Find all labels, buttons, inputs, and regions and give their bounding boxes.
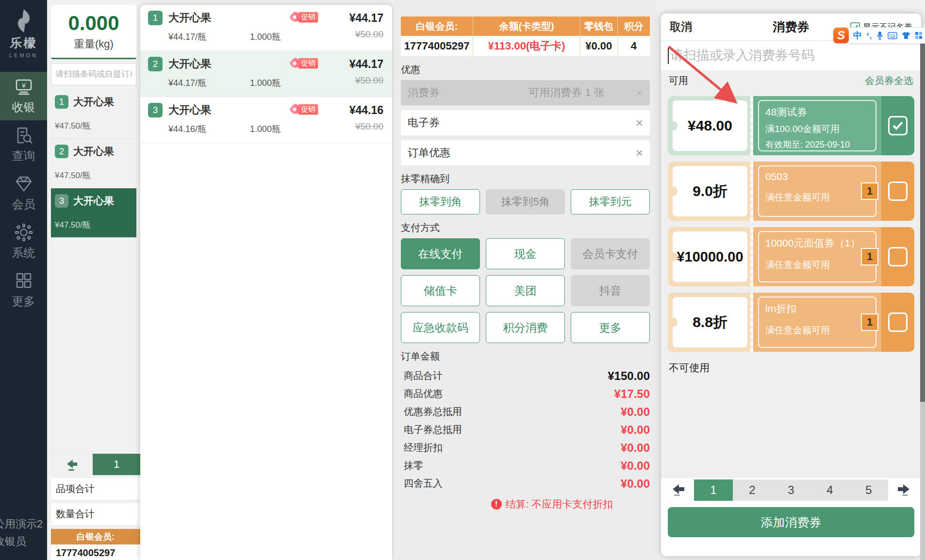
list-item-selected[interactable]: 3 大开心果 ¥47.50/瓶: [51, 188, 136, 238]
left-arrow-icon: [65, 459, 79, 471]
scrollbar-thumb[interactable]: [920, 43, 925, 402]
list-item[interactable]: 2 大开心果 ¥47.50/瓶: [51, 139, 136, 188]
coupon-condition: 满任意金额可用: [765, 324, 869, 337]
coupon-card[interactable]: 9.0折 0503 满任意金额可用 1: [668, 162, 914, 221]
coupon-checkbox-unchecked[interactable]: [888, 247, 908, 266]
barcode-scan-input[interactable]: [51, 63, 136, 85]
coupon-checkbox-unchecked[interactable]: [888, 313, 908, 332]
coupon-card[interactable]: ¥10000.00 10000元面值券（1） 满任意金额可用 1: [668, 227, 914, 286]
coupon-row-consume[interactable]: 消费券 可用消费券 1 张 ×: [401, 80, 650, 105]
coupon-value: 9.0折: [673, 166, 747, 216]
pay-cash-button[interactable]: 现金: [486, 238, 565, 269]
payment-section-label: 支付方式: [401, 221, 650, 234]
keyboard-icon[interactable]: [888, 32, 897, 39]
dialog-scrollbar[interactable]: [920, 43, 925, 560]
page-button[interactable]: 3: [772, 479, 810, 501]
back-button[interactable]: [51, 454, 93, 475]
coupon-checkbox-checked[interactable]: [888, 116, 908, 135]
coupon-row-label: 电子券: [408, 115, 440, 130]
coupon-list: ¥48.00 48测试券 满100.00金额可用 有效期至: 2025-09-1…: [661, 90, 921, 478]
order-amount-label: 订单金额: [401, 350, 650, 363]
settlement-note: ! 结算: 不应用卡支付折扣: [401, 497, 650, 511]
round-to-jiao-button[interactable]: 抹零到角: [401, 189, 480, 214]
pay-meituan-button[interactable]: 美团: [486, 275, 565, 306]
round-to-5jiao-button[interactable]: 抹零到5角: [486, 189, 565, 214]
pay-points-button[interactable]: 积分消费: [486, 312, 565, 343]
pay-emergency-qr-button[interactable]: 应急收款码: [401, 312, 480, 343]
pos-screen: 乐檬 LEMON ¥ 收银 查询: [0, 0, 925, 560]
coupon-value: ¥48.00: [673, 100, 747, 151]
sidebar-item-system[interactable]: 系统: [0, 217, 47, 266]
item-index-badge: 1: [55, 95, 68, 109]
add-coupon-button[interactable]: 添加消费券: [668, 507, 914, 537]
grid-icon: [14, 272, 33, 290]
cart-item-name: 大开心果: [168, 57, 211, 71]
page-button[interactable]: 1: [694, 479, 733, 501]
order-row-value: ¥0.00: [621, 477, 650, 491]
prev-page-button[interactable]: [668, 479, 689, 501]
sidebar-item-member[interactable]: 会员: [0, 169, 47, 217]
order-row: 优惠券总抵用 ¥0.00: [401, 403, 650, 421]
scale-column: 0.000 重量(kg) 1 大开心果 ¥47.50/瓶 2 大开心果 ¥47.…: [47, 0, 140, 560]
coupon-select-area: [881, 227, 914, 286]
sidebar-item-label: 更多: [12, 294, 35, 309]
page-button[interactable]: 4: [810, 479, 849, 501]
order-row-label: 优惠券总抵用: [401, 405, 462, 418]
page-button[interactable]: 5: [849, 479, 888, 501]
pay-storedcard-button[interactable]: 储值卡: [401, 275, 480, 306]
coupon-value: ¥10000.00: [673, 231, 747, 282]
points-header: 积分: [617, 16, 650, 36]
pay-online-button[interactable]: 在线支付: [401, 238, 480, 269]
sidebar-item-query[interactable]: 查询: [0, 120, 47, 169]
round-to-yuan-button[interactable]: 抹零到元: [571, 189, 650, 214]
payment-panel: 白银会员: 余额(卡类型) 零钱包 积分 17774005297 ¥113.00…: [394, 0, 657, 560]
member-mini-table: 白银会员: 17774005297: [51, 529, 140, 560]
coupon-value: 8.8折: [673, 297, 747, 347]
pay-douyin-button[interactable]: 抖音: [571, 275, 650, 306]
next-page-button[interactable]: [893, 479, 914, 501]
coupon-card[interactable]: 8.8折 lm折扣 满任意金额可用 1: [668, 293, 914, 352]
available-label: 可用: [669, 74, 688, 87]
cart-row[interactable]: 1 大开心果 促销 ¥44.17/瓶 1.000瓶 ¥44.17 ¥50.00: [140, 5, 392, 51]
pay-more-button[interactable]: 更多: [571, 312, 650, 343]
skin-shirt-icon[interactable]: [902, 32, 910, 39]
close-icon[interactable]: ×: [636, 147, 643, 159]
cart-index-badge: 1: [148, 11, 163, 25]
member-level-header: 白银会员:: [51, 529, 140, 544]
coupon-search-input[interactable]: [670, 48, 914, 63]
item-price: ¥47.50/瓶: [55, 219, 132, 231]
close-icon[interactable]: ×: [636, 116, 643, 129]
cart-row[interactable]: 3 大开心果 促销 ¥44.16/瓶 1.000瓶 ¥44.16 ¥50.00: [140, 97, 392, 143]
ime-punctuation-icon[interactable]: °,: [866, 32, 872, 40]
gear-icon: [14, 223, 33, 242]
cart-index-badge: 3: [148, 103, 163, 117]
coupon-row-order-discount[interactable]: 订单优惠 ×: [401, 140, 650, 165]
ime-language-mode-icon[interactable]: 中: [853, 30, 862, 41]
close-icon[interactable]: ×: [636, 86, 643, 99]
select-all-member-coupons-link[interactable]: 会员券全选: [865, 74, 913, 87]
coupon-select-area: [881, 162, 914, 221]
sidebar-item-more[interactable]: 更多: [0, 266, 47, 314]
current-page-cell[interactable]: 1: [93, 454, 140, 475]
microphone-icon[interactable]: [876, 31, 883, 40]
pay-membercard-button[interactable]: 会员卡支付: [571, 238, 650, 269]
order-row-value: ¥0.00: [621, 441, 650, 455]
coupon-card[interactable]: ¥48.00 48测试券 满100.00金额可用 有效期至: 2025-09-1…: [668, 96, 914, 155]
list-item[interactable]: 1 大开心果 ¥47.50/瓶: [51, 89, 136, 139]
sidebar-item-cashier[interactable]: ¥ 收银: [0, 72, 47, 120]
coupon-name: 48测试券: [765, 105, 869, 119]
coupon-select-area: [881, 293, 914, 352]
cancel-button[interactable]: 取消: [670, 19, 692, 34]
cart-row[interactable]: 2 大开心果 促销 ¥44.17/瓶 1.000瓶 ¥44.17 ¥50.00: [140, 51, 392, 97]
coupon-checkbox-unchecked[interactable]: [888, 181, 908, 201]
sogou-logo-icon[interactable]: S: [833, 28, 849, 43]
order-row-label: 商品优惠: [401, 387, 443, 400]
cart-original-price: ¥50.00: [355, 29, 383, 40]
coupon-row-evoucher[interactable]: 电子券 ×: [401, 110, 650, 135]
toolbox-grid-icon[interactable]: [915, 32, 923, 39]
sidebar-item-label: 系统: [12, 245, 35, 261]
item-name: 大开心果: [73, 194, 114, 208]
page-button[interactable]: 2: [733, 479, 772, 501]
cart-line-price: ¥44.16: [349, 104, 383, 117]
cart-unit-price: ¥44.17/瓶: [168, 77, 241, 89]
